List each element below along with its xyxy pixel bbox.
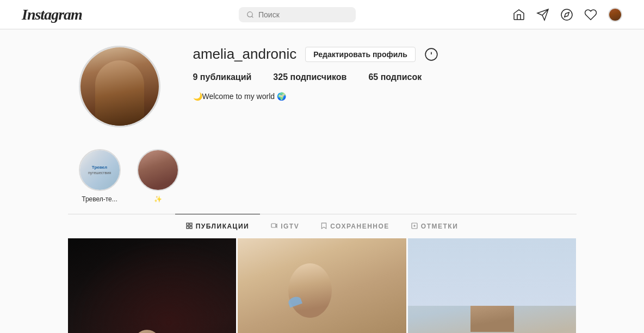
svg-point-2 <box>561 9 572 20</box>
svg-rect-9 <box>271 224 276 227</box>
tab-posts-icon <box>186 222 193 231</box>
tab-tagged-icon <box>411 222 418 231</box>
posts-label: публикаций <box>200 72 251 82</box>
story-item-travel[interactable]: Тревел путешествия Тревел-те... <box>79 149 121 203</box>
posts-stat: 9 публикаций <box>193 72 252 82</box>
profile-top: amelia_andronic Редактировать профиль 9 … <box>79 46 566 127</box>
followers-label: подписчиков <box>290 72 346 82</box>
story-image-travel: Тревел путешествия <box>80 150 120 190</box>
search-bar[interactable] <box>239 7 356 22</box>
svg-rect-6 <box>190 223 192 225</box>
profile-bio: 🌙Welcome to my world 🌍 <box>193 91 566 102</box>
send-icon[interactable] <box>536 8 549 21</box>
grid-item-2[interactable] <box>238 238 406 333</box>
svg-point-0 <box>247 11 252 16</box>
grid-item-1[interactable] <box>68 238 237 333</box>
svg-rect-7 <box>187 226 189 229</box>
settings-icon <box>424 47 438 61</box>
story-label-travel: Тревел-те... <box>82 195 117 203</box>
tab-posts[interactable]: ПУБЛИКАЦИИ <box>175 214 260 238</box>
profile-container: amelia_andronic Редактировать профиль 9 … <box>68 29 577 127</box>
profile-avatar-wrap <box>79 46 160 127</box>
stories-section: Тревел путешествия Тревел-те... ✨ <box>68 144 577 214</box>
svg-rect-5 <box>187 223 189 225</box>
profile-avatar <box>79 46 160 127</box>
photo-grid: ПАРТНЕРКИН <box>68 238 577 333</box>
tab-igtv-label: IGTV <box>281 223 299 230</box>
instagram-logo: Instagram <box>22 6 82 23</box>
svg-rect-8 <box>190 226 192 229</box>
tab-saved-icon <box>321 222 327 231</box>
tabs-row: ПУБЛИКАЦИИ IGTV СОХРАНЕННОЕ <box>68 214 577 238</box>
following-stat[interactable]: 65 подписок <box>368 72 422 82</box>
following-label: подписок <box>381 72 422 82</box>
tab-igtv-icon <box>271 222 277 231</box>
search-icon <box>246 10 254 19</box>
tab-saved[interactable]: СОХРАНЕННОЕ <box>310 214 400 238</box>
username-row: amelia_andronic Редактировать профиль <box>193 46 566 63</box>
home-icon[interactable] <box>512 8 525 21</box>
tabs-section: ПУБЛИКАЦИИ IGTV СОХРАНЕННОЕ <box>68 214 577 238</box>
story-circle-travel: Тревел путешествия <box>79 149 121 191</box>
username: amelia_andronic <box>193 46 297 63</box>
grid-item-3[interactable]: ПАРТНЕРКИН <box>408 238 577 333</box>
svg-marker-3 <box>565 12 569 16</box>
story-label-girl: ✨ <box>154 195 162 203</box>
tab-tagged-label: ОТМЕТКИ <box>421 223 458 230</box>
nav-icons <box>512 8 622 22</box>
profile-stats: 9 публикаций 325 подписчиков 65 подписок <box>193 72 566 82</box>
compass-icon[interactable] <box>560 8 573 21</box>
svg-line-1 <box>252 16 253 17</box>
followers-stat[interactable]: 325 подписчиков <box>273 72 346 82</box>
tab-posts-label: ПУБЛИКАЦИИ <box>196 223 249 230</box>
profile-nav-avatar[interactable] <box>608 8 622 22</box>
tab-tagged[interactable]: ОТМЕТКИ <box>400 214 469 238</box>
story-circle-girl <box>137 149 179 191</box>
tab-igtv[interactable]: IGTV <box>260 214 310 238</box>
search-input[interactable] <box>258 10 348 19</box>
header: Instagram <box>0 0 644 29</box>
profile-info: amelia_andronic Редактировать профиль 9 … <box>193 46 566 102</box>
story-image-girl <box>138 150 178 190</box>
tab-saved-label: СОХРАНЕННОЕ <box>330 223 389 230</box>
heart-icon[interactable] <box>584 8 597 21</box>
photo-grid-section: ПАРТНЕРКИН <box>68 238 577 333</box>
settings-button[interactable] <box>424 47 438 61</box>
story-item-girl[interactable]: ✨ <box>137 149 179 203</box>
edit-profile-button[interactable]: Редактировать профиль <box>305 47 416 62</box>
